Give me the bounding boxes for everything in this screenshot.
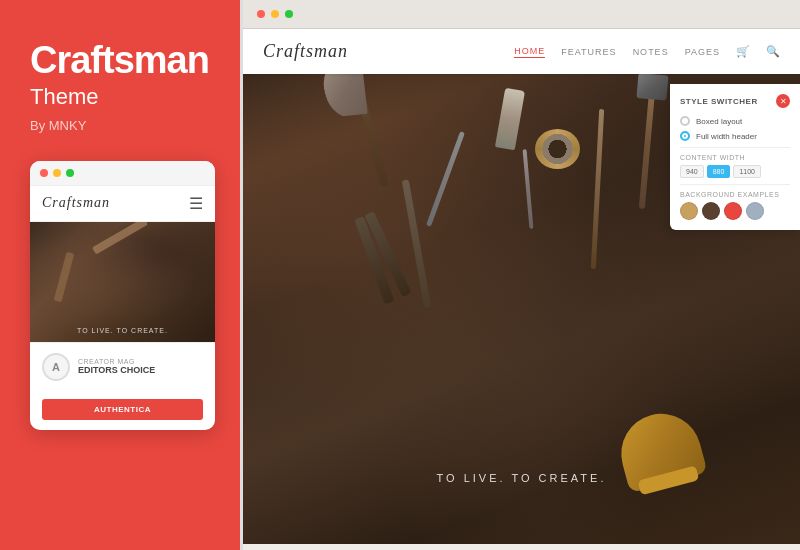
mobile-hero-image: TO LIVE. TO CREATE.: [30, 222, 215, 342]
bg-circle-red[interactable]: [724, 202, 742, 220]
bg-circle-tan[interactable]: [680, 202, 698, 220]
brand-author: By MNKY: [30, 118, 86, 133]
nav-item-features[interactable]: FEATURES: [561, 47, 616, 57]
browser-dot-green: [285, 10, 293, 18]
mobile-hero: TO LIVE. TO CREATE.: [30, 222, 215, 342]
mobile-logo: Craftsman: [42, 195, 110, 211]
hero-tagline: TO LIVE. TO CREATE.: [437, 472, 607, 484]
mobile-nav: Craftsman ☰: [30, 186, 215, 222]
search-icon[interactable]: 🔍: [766, 45, 780, 58]
creator-label: CREATOR MAG: [78, 358, 155, 365]
hamburger-icon[interactable]: ☰: [189, 194, 203, 213]
switcher-option-fullwidth: Full width header: [680, 131, 790, 141]
style-switcher-panel: Style Switcher ✕ Boxed layout Full width…: [670, 84, 800, 230]
left-panel: Craftsman Theme By MNKY Craftsman ☰ TO L…: [0, 0, 240, 550]
tool-small: [523, 149, 534, 229]
browser-dot-yellow: [271, 10, 279, 18]
site-nav: Craftsman HOME FEATURES NOTES PAGES 🛒 🔍: [243, 29, 800, 74]
dot-yellow: [53, 169, 61, 177]
nav-item-pages[interactable]: PAGES: [685, 47, 720, 57]
mobile-preview: Craftsman ☰ TO LIVE. TO CREATE. A CREATO…: [30, 161, 215, 430]
browser-dot-red: [257, 10, 265, 18]
browser-chrome: [243, 0, 800, 29]
mobile-browser-chrome: [30, 161, 215, 186]
brand-subtitle: Theme: [30, 84, 98, 110]
right-panel: Craftsman HOME FEATURES NOTES PAGES 🛒 🔍: [240, 0, 800, 550]
option-boxed-label: Boxed layout: [696, 117, 742, 126]
switcher-divider-2: [680, 184, 790, 185]
radio-fullwidth[interactable]: [680, 131, 690, 141]
creator-avatar: A: [42, 353, 70, 381]
tool-pliers: [364, 211, 411, 297]
switcher-header: Style Switcher ✕: [680, 94, 790, 108]
tool-bolt: [495, 88, 525, 151]
nav-item-notes[interactable]: NOTES: [633, 47, 669, 57]
width-880[interactable]: 880: [707, 165, 731, 178]
switcher-close-button[interactable]: ✕: [776, 94, 790, 108]
desktop-preview: Craftsman HOME FEATURES NOTES PAGES 🛒 🔍: [243, 29, 800, 544]
radio-boxed[interactable]: [680, 116, 690, 126]
creator-info: CREATOR MAG EDITORS CHOICE: [78, 358, 155, 375]
option-fullwidth-label: Full width header: [696, 132, 757, 141]
width-buttons: 940 880 1100: [680, 165, 790, 178]
width-940[interactable]: 940: [680, 165, 704, 178]
authentica-button[interactable]: Authentica: [42, 399, 203, 420]
bg-circle-blue[interactable]: [746, 202, 764, 220]
content-width-label: Content width: [680, 154, 790, 161]
switcher-divider: [680, 147, 790, 148]
mobile-bottom: A CREATOR MAG EDITORS CHOICE: [30, 342, 215, 391]
bg-examples: [680, 202, 790, 220]
cart-icon[interactable]: 🛒: [736, 45, 750, 58]
nav-item-home[interactable]: HOME: [514, 46, 545, 58]
bg-circle-brown[interactable]: [702, 202, 720, 220]
width-1100[interactable]: 1100: [733, 165, 761, 178]
switcher-option-boxed: Boxed layout: [680, 116, 790, 126]
tool-hammer: [639, 89, 655, 209]
dot-green: [66, 169, 74, 177]
tool-tape: [535, 129, 580, 169]
creator-sublabel: EDITORS CHOICE: [78, 365, 155, 375]
tool-glove: [612, 405, 707, 493]
brand-title: Craftsman: [30, 40, 209, 82]
tool-wrench: [426, 131, 465, 227]
site-menu: HOME FEATURES NOTES PAGES 🛒 🔍: [514, 45, 780, 58]
mobile-hero-text: TO LIVE. TO CREATE.: [77, 327, 168, 334]
tool-long: [591, 109, 604, 269]
dot-red: [40, 169, 48, 177]
bg-examples-label: Background examples: [680, 191, 790, 198]
site-logo: Craftsman: [263, 41, 348, 62]
switcher-title: Style Switcher: [680, 97, 758, 106]
